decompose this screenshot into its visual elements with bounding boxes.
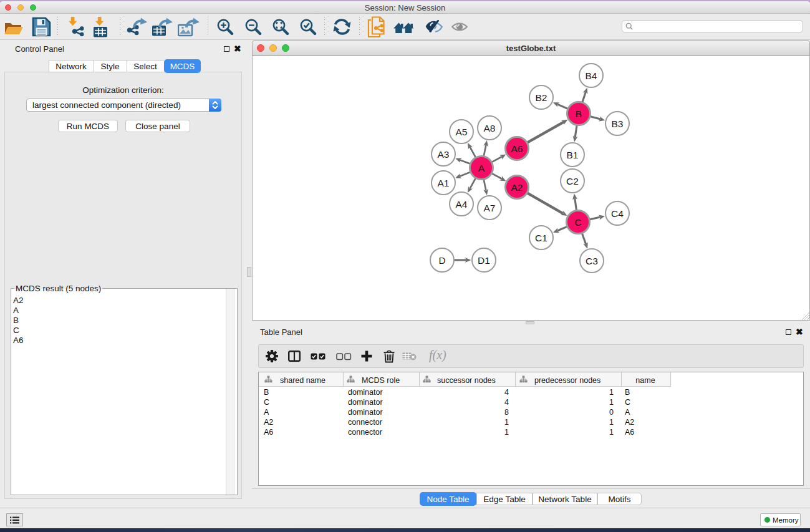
svg-text:A8: A8 xyxy=(484,123,496,133)
svg-text:C4: C4 xyxy=(611,208,624,219)
svg-text:A6: A6 xyxy=(511,143,523,154)
svg-text:C2: C2 xyxy=(566,176,579,186)
svg-text:A: A xyxy=(478,163,485,173)
svg-text:A1: A1 xyxy=(438,178,450,188)
svg-text:C3: C3 xyxy=(586,256,598,266)
svg-text:B3: B3 xyxy=(612,118,624,129)
svg-text:A5: A5 xyxy=(456,127,468,137)
svg-text:B: B xyxy=(576,109,582,119)
svg-text:B2: B2 xyxy=(536,92,547,103)
svg-text:C1: C1 xyxy=(535,233,547,243)
svg-text:D1: D1 xyxy=(478,255,490,266)
svg-text:D: D xyxy=(438,255,445,266)
svg-text:B1: B1 xyxy=(567,150,579,160)
svg-text:A7: A7 xyxy=(484,203,496,213)
svg-text:A4: A4 xyxy=(456,199,468,210)
svg-text:A3: A3 xyxy=(438,149,450,160)
svg-text:A2: A2 xyxy=(511,182,523,193)
svg-text:C: C xyxy=(574,217,581,228)
svg-text:B4: B4 xyxy=(586,70,597,81)
